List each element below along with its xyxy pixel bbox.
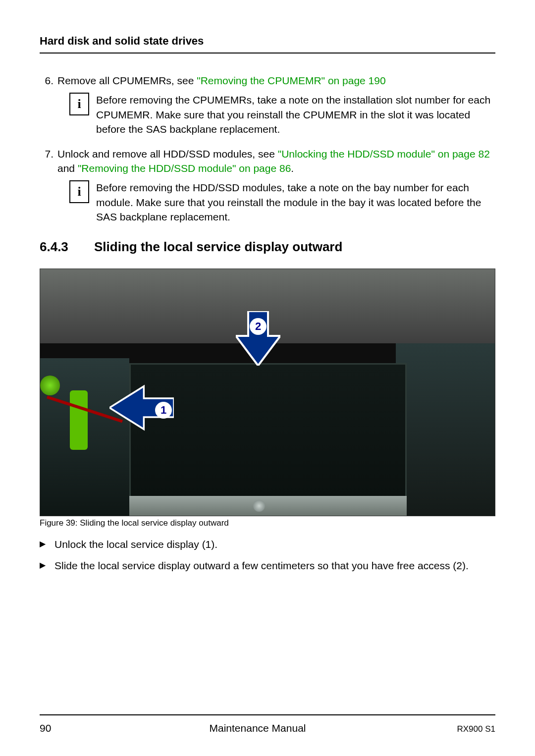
section-number: 6.4.3: [40, 239, 94, 255]
triangle-bullet-icon: ▶: [40, 537, 54, 551]
info-box-cpumemr: i Before removing the CPUMEMRs, take a n…: [69, 93, 495, 136]
bullet-text: Slide the local service display outward …: [54, 558, 495, 573]
step-text-after: .: [291, 162, 294, 174]
page-number: 90: [40, 722, 99, 734]
callout-number-1: 1: [155, 402, 172, 419]
link-removing-hdd[interactable]: "Removing the HDD/SSD module" on page 86: [78, 162, 291, 174]
figure-caption: Figure 39: Sliding the local service dis…: [40, 518, 495, 528]
info-icon: i: [69, 180, 89, 203]
callout-arrow-1: 1: [109, 385, 174, 430]
link-removing-cpumemr[interactable]: "Removing the CPUMEMR" on page 190: [197, 75, 385, 86]
page-footer: 90 Maintenance Manual RX900 S1: [40, 714, 495, 734]
callout-arrow-2: 2: [236, 311, 280, 366]
section-title: Sliding the local service display outwar…: [94, 239, 342, 254]
figure-39: 2 1 Figure 39: Sliding the local service…: [40, 269, 495, 528]
info-text: Before removing the CPUMEMRs, take a not…: [96, 93, 495, 136]
step-6: 6. Remove all CPUMEMRs, see "Removing th…: [40, 73, 495, 88]
step-text: Remove all CPUMEMRs, see "Removing the C…: [57, 73, 495, 88]
info-box-hdd: i Before removing the HDD/SSD modules, t…: [69, 180, 495, 224]
action-bullet-1: ▶ Unlock the local service display (1).: [40, 537, 495, 551]
step-text-mid: and: [57, 162, 78, 174]
step-number: 6.: [40, 73, 57, 88]
callout-number-2: 2: [250, 318, 267, 335]
manual-title: Maintenance Manual: [99, 722, 416, 734]
step-text-before: Unlock and remove all HDD/SSD modules, s…: [57, 148, 278, 160]
page-header-title: Hard disk and solid state drives: [40, 35, 495, 54]
bullet-text: Unlock the local service display (1).: [54, 537, 495, 551]
figure-image: 2 1: [40, 269, 495, 516]
step-text: Unlock and remove all HDD/SSD modules, s…: [57, 147, 495, 176]
triangle-bullet-icon: ▶: [40, 558, 54, 573]
step-number: 7.: [40, 147, 57, 176]
info-icon: i: [69, 93, 89, 115]
step-7: 7. Unlock and remove all HDD/SSD modules…: [40, 147, 495, 176]
info-text: Before removing the HDD/SSD modules, tak…: [96, 180, 495, 224]
section-heading: 6.4.3Sliding the local service display o…: [40, 239, 495, 255]
link-unlocking-hdd[interactable]: "Unlocking the HDD/SSD module" on page 8…: [278, 148, 490, 160]
model-name: RX900 S1: [416, 724, 495, 734]
action-bullet-2: ▶ Slide the local service display outwar…: [40, 558, 495, 573]
step-text-before: Remove all CPUMEMRs, see: [57, 75, 197, 86]
